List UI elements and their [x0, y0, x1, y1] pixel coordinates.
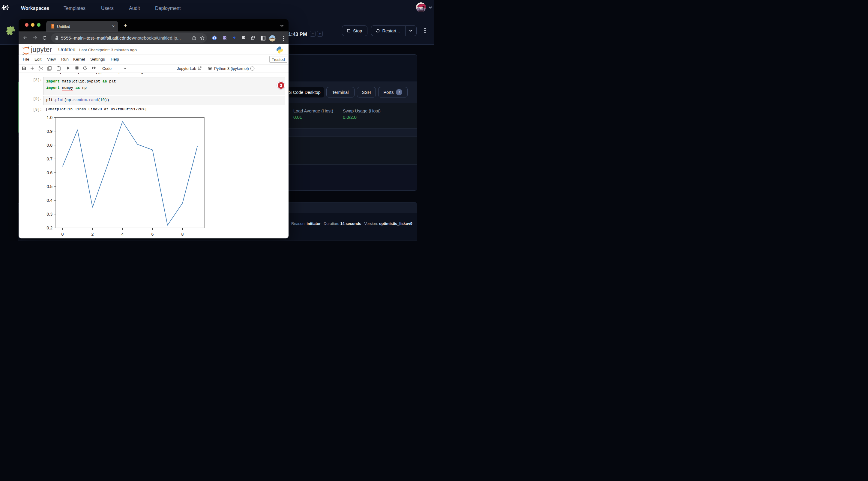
svg-text:8: 8 [182, 232, 184, 236]
svg-text:4: 4 [121, 232, 124, 236]
svg-text:6: 6 [152, 232, 154, 236]
svg-text:2: 2 [91, 232, 94, 236]
svg-text:0.7: 0.7 [47, 156, 53, 161]
svg-text:1.0: 1.0 [47, 115, 53, 120]
svg-text:0.5: 0.5 [47, 184, 53, 189]
svg-text:0.3: 0.3 [47, 212, 53, 217]
svg-text:0.4: 0.4 [47, 198, 53, 203]
svg-text:0.6: 0.6 [47, 170, 53, 175]
svg-text:0: 0 [61, 232, 64, 236]
svg-text:0.9: 0.9 [47, 129, 53, 133]
svg-text:0.8: 0.8 [47, 142, 53, 147]
svg-text:0.2: 0.2 [47, 225, 53, 230]
